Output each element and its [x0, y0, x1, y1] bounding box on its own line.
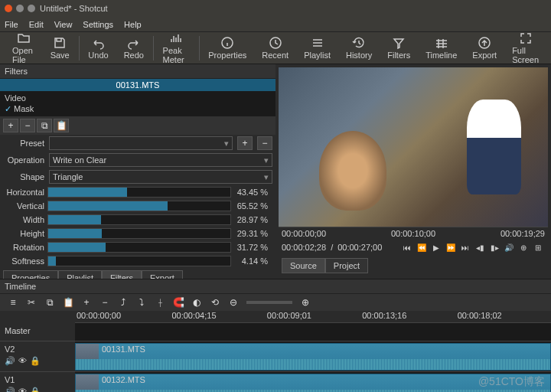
tab-project[interactable]: Project: [325, 258, 368, 273]
menu-file[interactable]: File: [5, 20, 18, 29]
tl-ripple-button[interactable]: ⟲: [207, 296, 223, 309]
mute-icon[interactable]: 🔊: [5, 356, 15, 366]
slider-label-0: Horizontal: [3, 188, 44, 197]
operation-select[interactable]: Write on Clear▾: [49, 153, 272, 167]
menu-edit[interactable]: Edit: [29, 20, 44, 29]
maximize-window-button[interactable]: [28, 5, 35, 12]
next-frame-button[interactable]: ▮▸: [487, 241, 501, 253]
preset-select[interactable]: ▾: [49, 136, 233, 150]
preview-viewport[interactable]: [279, 67, 548, 227]
track-header-v2[interactable]: V2 🔊👁🔒: [0, 341, 75, 372]
menubar: File Edit View Settings Help: [0, 17, 551, 32]
skip-end-button[interactable]: ⏭: [458, 241, 472, 253]
toolbar: Open File Save Undo Redo Peak Meter Prop…: [0, 32, 551, 64]
grid-button[interactable]: ⊞: [531, 241, 545, 253]
minimize-window-button[interactable]: [16, 5, 24, 12]
timecode-position[interactable]: 00:00:02;28: [282, 243, 326, 252]
slider-value-5: 4.14 %: [234, 256, 272, 266]
preview-panel: 00:00:00;00 00:00:10;00 00:00:19;29 00:0…: [276, 64, 551, 279]
lock-icon[interactable]: 🔒: [30, 387, 41, 392]
redo-icon: [127, 36, 141, 50]
track-v2[interactable]: 00131.MTS: [75, 341, 551, 372]
history-button[interactable]: History: [338, 34, 380, 61]
slider-horizontal[interactable]: [47, 187, 231, 198]
slider-label-2: Width: [3, 215, 44, 224]
playlist-button[interactable]: Playlist: [296, 34, 338, 61]
tl-remove-button[interactable]: −: [96, 296, 113, 309]
tl-zoom-out-button[interactable]: ⊖: [225, 296, 242, 309]
copy-filter-button[interactable]: ⧉: [37, 119, 52, 132]
undo-button[interactable]: Undo: [80, 34, 116, 61]
remove-filter-button[interactable]: −: [20, 119, 35, 132]
slider-rotation[interactable]: [47, 242, 231, 253]
folder-icon: [17, 31, 31, 45]
preset-remove-button[interactable]: −: [257, 136, 272, 150]
mute-icon[interactable]: 🔊: [5, 387, 15, 392]
preview-ruler[interactable]: 00:00:00;00 00:00:10;00 00:00:19;29: [279, 227, 548, 239]
filters-button[interactable]: Filters: [380, 34, 418, 61]
slider-vertical[interactable]: [47, 201, 231, 211]
lock-icon[interactable]: 🔒: [30, 356, 41, 366]
slider-value-0: 43.45 %: [234, 188, 272, 197]
peak-meter-button[interactable]: Peak Meter: [155, 30, 197, 66]
master-track: [75, 323, 551, 341]
tl-scrub-button[interactable]: ◐: [188, 296, 205, 309]
filter-category: Video: [3, 93, 272, 103]
slider-value-1: 65.52 %: [234, 201, 272, 211]
tab-source[interactable]: Source: [282, 258, 325, 273]
menu-settings[interactable]: Settings: [83, 20, 113, 29]
close-window-button[interactable]: [5, 5, 12, 12]
tl-zoom-in-button[interactable]: ⊕: [297, 296, 314, 309]
full-screen-button[interactable]: Full Screen: [504, 30, 546, 66]
tl-paste-button[interactable]: 📋: [60, 296, 77, 309]
preview-tabs: Source Project: [279, 256, 548, 276]
slider-softness[interactable]: [47, 256, 231, 266]
watermark: @51CTO博客: [478, 375, 545, 389]
tl-snap-button[interactable]: 🧲: [170, 296, 187, 309]
tl-split-button[interactable]: ⟊: [152, 296, 168, 309]
track-header-v1[interactable]: V1 🔊👁🔒: [0, 372, 75, 392]
hide-icon[interactable]: 👁: [18, 387, 27, 392]
tl-menu-button[interactable]: ≡: [5, 296, 21, 309]
history-icon: [352, 36, 366, 50]
filters-panel: Filters 00131.MTS Video ✓ Mask + − ⧉ 📋 P…: [0, 64, 276, 279]
tl-overwrite-button[interactable]: ⤵: [133, 296, 150, 309]
timeline-ruler[interactable]: 00:00:00;00 00:00:04;15 00:00:09;01 00:0…: [75, 311, 551, 323]
zoom-button[interactable]: ⊕: [517, 241, 530, 253]
open-file-button[interactable]: Open File: [5, 30, 43, 66]
tl-lift-button[interactable]: ⤴: [115, 296, 132, 309]
filter-item-mask[interactable]: ✓ Mask: [3, 103, 272, 115]
add-filter-button[interactable]: +: [3, 119, 18, 132]
slider-width[interactable]: [47, 214, 231, 225]
master-track-label[interactable]: Master: [0, 323, 75, 341]
tl-cut-button[interactable]: ✂: [23, 296, 40, 309]
properties-button[interactable]: Properties: [201, 34, 254, 61]
hide-icon[interactable]: 👁: [18, 356, 27, 366]
tl-append-button[interactable]: +: [78, 296, 95, 309]
preview-image: [279, 67, 548, 227]
slider-label-3: Height: [3, 229, 44, 238]
recent-button[interactable]: Recent: [254, 34, 296, 61]
slider-label-4: Rotation: [3, 243, 44, 252]
paste-filter-button[interactable]: 📋: [54, 119, 69, 132]
forward-button[interactable]: ⏩: [444, 241, 458, 253]
skip-start-button[interactable]: ⏮: [400, 241, 414, 253]
tl-zoom-slider[interactable]: [246, 301, 292, 304]
prev-frame-button[interactable]: ◂▮: [473, 241, 487, 253]
redo-button[interactable]: Redo: [116, 34, 152, 61]
export-button[interactable]: Export: [465, 34, 504, 61]
rewind-button[interactable]: ⏪: [415, 241, 429, 253]
slider-height[interactable]: [47, 228, 231, 239]
volume-button[interactable]: 🔊: [502, 241, 516, 253]
slider-value-3: 29.31 %: [234, 229, 272, 238]
menu-help[interactable]: Help: [124, 20, 142, 29]
fullscreen-icon: [519, 31, 533, 45]
shape-select[interactable]: Triangle▾: [49, 170, 272, 184]
menu-view[interactable]: View: [54, 20, 73, 29]
tl-copy-button[interactable]: ⧉: [41, 296, 58, 309]
preset-add-button[interactable]: +: [237, 136, 253, 150]
clip-v2[interactable]: 00131.MTS: [75, 343, 551, 371]
timeline-button[interactable]: Timeline: [418, 34, 465, 61]
save-button[interactable]: Save: [43, 34, 77, 61]
play-button[interactable]: ▶: [429, 241, 443, 253]
